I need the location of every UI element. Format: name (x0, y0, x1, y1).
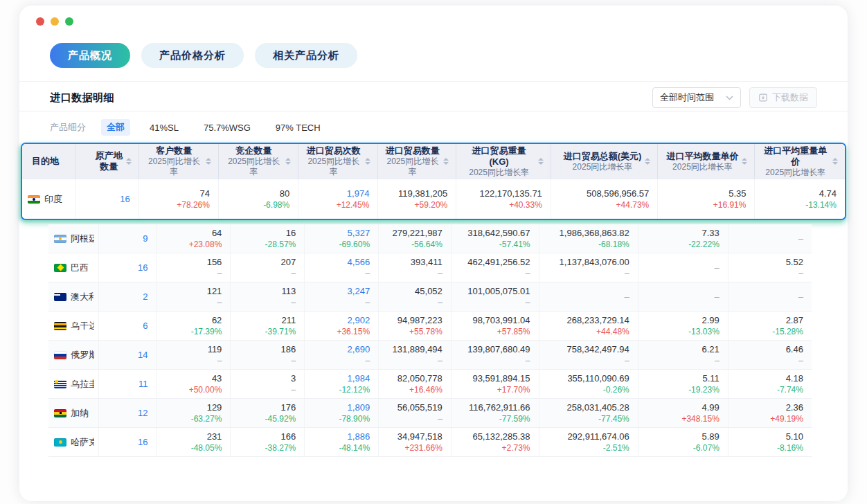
tab-related-product-analysis[interactable]: 相关产品分析 (255, 43, 357, 68)
uganda-flag-icon (54, 322, 66, 330)
value: 4.18 (786, 372, 803, 384)
growth-rate: +16.91% (713, 199, 747, 210)
value: 758,342,497.94 (566, 343, 629, 355)
value: 98,703,991.04 (472, 314, 530, 326)
window-minimize-button[interactable] (51, 17, 59, 26)
column-header-6[interactable]: 进口贸易重量(KG)2025同比增长率 (456, 144, 551, 179)
download-icon (758, 93, 768, 102)
value-link[interactable]: 16 (138, 262, 148, 273)
filter-option-41sl[interactable]: 41%SL (144, 120, 184, 135)
column-header-7[interactable]: 进口贸易总额(美元)2025同比增长率 (551, 144, 658, 179)
value: 16 (286, 227, 296, 239)
value: 5.89 (702, 431, 719, 442)
destination-cell-kazakhstan: 哈萨克斯坦 (48, 428, 99, 456)
value-link[interactable]: 16 (138, 436, 148, 448)
data-cell: 1,809-78.90% (305, 399, 379, 427)
growth-rate: +57.85% (497, 326, 530, 337)
table-row-argentina: 阿根廷964+23.08%16-28.57%5,327-69.60%279,22… (48, 224, 812, 253)
value-link[interactable]: 9 (143, 233, 148, 244)
growth-rate: – (217, 297, 222, 308)
value-link[interactable]: 1,886 (348, 431, 370, 442)
column-header-8[interactable]: 进口平均数量单价2025同比增长率 (658, 144, 755, 179)
column-header-1[interactable]: 原产地数量 (76, 144, 138, 179)
window-zoom-button[interactable] (65, 17, 73, 26)
column-header-9[interactable]: 进口平均重量单价2025同比增长率 (755, 144, 844, 179)
value-link[interactable]: 1,984 (348, 372, 370, 384)
value: 34,947,518 (397, 431, 443, 442)
time-range-select[interactable]: 全部时间范围 (652, 87, 741, 108)
value-link[interactable]: 5,327 (348, 227, 370, 239)
filter-option-757wsg[interactable]: 75.7%WSG (198, 120, 256, 135)
data-cell: 116,762,911.66-77.59% (452, 399, 539, 427)
value-link[interactable]: 3,247 (348, 285, 370, 297)
value: 116,762,911.66 (469, 402, 530, 413)
table-row-australia: 澳大利亚2121–113–3,247–45,052–101,005,075.01… (48, 282, 812, 312)
value-link[interactable]: 2,690 (348, 343, 370, 355)
data-cell: 7.33-22.22% (638, 224, 729, 253)
time-range-value: 全部时间范围 (660, 91, 714, 104)
growth-rate: +49.19% (770, 413, 803, 424)
growth-rate: -63.27% (191, 413, 222, 424)
data-cell: 98,703,991.04+57.85% (452, 312, 539, 340)
value: – (715, 262, 719, 273)
value: 122,170,135.71 (479, 188, 542, 199)
value: 80 (280, 188, 289, 199)
growth-rate: +12.45% (337, 199, 370, 210)
value: 131,889,494 (393, 343, 443, 355)
country-name: 阿根廷 (71, 233, 94, 245)
download-data-button[interactable]: 下载数据 (749, 87, 817, 108)
tab-product-overview[interactable]: 产品概况 (50, 43, 130, 68)
value-link[interactable]: 6 (143, 320, 148, 332)
data-cell: 166-38.27% (231, 428, 305, 456)
growth-rate: -77.59% (499, 413, 530, 424)
value: 508,596,956.57 (587, 188, 649, 199)
column-header-0: 目的地 (22, 144, 76, 179)
value-link[interactable]: 14 (138, 349, 148, 361)
value: 93,591,894.15 (472, 372, 530, 384)
growth-rate: -39.71% (265, 326, 296, 337)
sort-caret-icon (742, 158, 747, 165)
data-cell: 2.87-15.28% (729, 312, 812, 340)
value: 101,005,075.01 (467, 285, 530, 297)
data-cell: 4.18-7.74% (729, 370, 812, 398)
growth-rate: – (438, 297, 443, 308)
destination-cell-uganda: 乌干达 (48, 312, 99, 340)
value-link[interactable]: 1,974 (347, 188, 370, 199)
growth-rate: -2.51% (603, 442, 629, 453)
value-link[interactable]: 12 (138, 407, 148, 419)
value-link[interactable]: 16 (120, 193, 129, 205)
column-header-3[interactable]: 竞企数量2025同比增长率 (219, 144, 298, 179)
column-title: 进口贸易重量(KG)2025同比增长率 (463, 145, 535, 178)
destination-cell-uruguay: 乌拉圭 (48, 370, 99, 398)
value-link[interactable]: 2,902 (348, 314, 370, 326)
value-link[interactable]: 2 (143, 291, 148, 303)
value: 292,911,674.06 (567, 431, 629, 442)
data-cell: 80-6.98% (219, 179, 298, 219)
filter-option-97tech[interactable]: 97% TECH (270, 120, 326, 135)
window-close-button[interactable] (36, 17, 44, 26)
data-cell: 11 (99, 370, 157, 398)
data-cell: 1,886-48.14% (305, 428, 379, 456)
column-header-2[interactable]: 客户数量2025同比增长率 (139, 144, 219, 179)
value-link[interactable]: 11 (138, 378, 148, 390)
ghana-flag-icon (54, 409, 66, 417)
country-name: 巴西 (71, 262, 89, 274)
value-link[interactable]: 4,566 (348, 256, 370, 268)
growth-rate: -22.22% (688, 239, 719, 250)
data-cell: 1,984-12.12% (305, 370, 379, 398)
growth-rate: -48.05% (191, 442, 222, 453)
product-segment-filter: 产品细分 全部41%SL75.7%WSG97% TECH (50, 119, 326, 136)
data-cell: 211-39.71% (231, 312, 305, 340)
growth-rate: +40.33% (509, 199, 542, 210)
filter-option-all[interactable]: 全部 (101, 119, 130, 136)
value-link[interactable]: 1,809 (348, 402, 370, 413)
tab-product-price-analysis[interactable]: 产品价格分析 (141, 43, 244, 68)
column-header-4[interactable]: 进口贸易次数2025同比增长率 (298, 144, 378, 179)
column-header-5[interactable]: 进口贸易数量2025同比增长率 (378, 144, 456, 179)
data-cell: 462,491,256.52– (452, 253, 539, 282)
value: 4.74 (819, 188, 837, 199)
import-data-table: 阿根廷964+23.08%16-28.57%5,327-69.60%279,22… (48, 224, 812, 457)
growth-rate: – (715, 355, 719, 366)
data-cell: 65,132,285.38+2.73% (452, 428, 539, 456)
india-flag-icon (28, 195, 40, 204)
